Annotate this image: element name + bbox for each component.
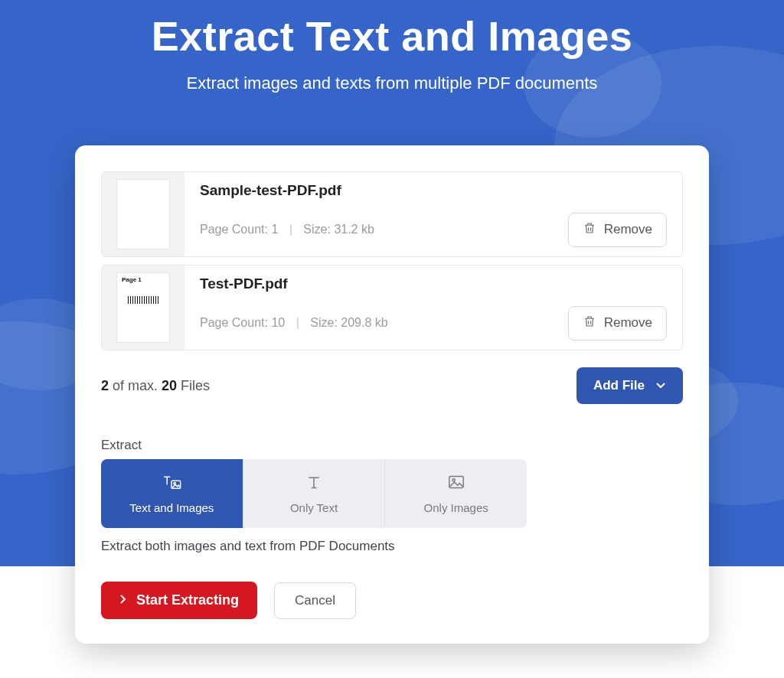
remove-file-button[interactable]: Remove xyxy=(568,306,667,341)
file-size: Size: 31.2 kb xyxy=(303,223,374,236)
chevron-down-icon xyxy=(655,378,666,393)
image-icon xyxy=(445,473,468,494)
file-meta: Page Count: 1 | Size: 31.2 kb xyxy=(200,223,374,236)
text-image-icon xyxy=(160,473,183,494)
file-size: Size: 209.8 kb xyxy=(310,316,387,329)
extract-mode-description: Extract both images and text from PDF Do… xyxy=(101,539,683,554)
file-row: Page 1 Test-PDF.pdf Page Count: 10 | Siz… xyxy=(101,265,683,350)
trash-icon xyxy=(583,221,596,239)
hero-banner: Extract Text and Images Extract images a… xyxy=(0,0,784,566)
extract-option-label: Text and Images xyxy=(129,501,214,514)
cancel-label: Cancel xyxy=(295,593,335,608)
file-name: Sample-test-PDF.pdf xyxy=(200,182,667,199)
action-row: Start Extracting Cancel xyxy=(101,582,683,619)
thumbnail-page-label: Page 1 xyxy=(122,276,142,283)
file-page-count: Page Count: 1 xyxy=(200,223,278,236)
file-page-count: Page Count: 10 xyxy=(200,316,285,329)
start-extracting-button[interactable]: Start Extracting xyxy=(101,582,257,619)
file-meta: Page Count: 10 | Size: 209.8 kb xyxy=(200,316,388,330)
extract-option-only-images[interactable]: Only Images xyxy=(384,459,527,528)
cancel-button[interactable]: Cancel xyxy=(274,582,356,619)
file-row: Sample-test-PDF.pdf Page Count: 1 | Size… xyxy=(101,171,683,257)
chevron-right-icon xyxy=(119,592,127,608)
start-extracting-label: Start Extracting xyxy=(136,592,239,608)
remove-label: Remove xyxy=(604,315,652,331)
svg-rect-2 xyxy=(449,477,463,488)
file-thumbnail xyxy=(102,172,185,256)
remove-file-button[interactable]: Remove xyxy=(568,213,667,247)
extract-option-label: Only Images xyxy=(424,501,488,514)
extract-option-label: Only Text xyxy=(290,501,338,514)
remove-label: Remove xyxy=(604,222,652,237)
add-file-label: Add File xyxy=(593,378,645,393)
extract-option-text-and-images[interactable]: Text and Images xyxy=(101,459,243,528)
file-status-row: 2 of max. 20 Files Add File xyxy=(101,367,683,404)
extract-mode-segmented: Text and Images Only Text xyxy=(101,459,527,528)
extract-card: Sample-test-PDF.pdf Page Count: 1 | Size… xyxy=(75,145,709,644)
svg-point-3 xyxy=(452,479,455,481)
trash-icon xyxy=(583,315,596,332)
file-count-status: 2 of max. 20 Files xyxy=(101,378,210,394)
file-name: Test-PDF.pdf xyxy=(200,275,667,292)
extract-section-label: Extract xyxy=(101,438,683,453)
extract-option-only-text[interactable]: Only Text xyxy=(243,459,385,528)
file-thumbnail: Page 1 xyxy=(102,266,185,350)
text-icon xyxy=(302,473,325,494)
barcode-icon xyxy=(128,296,158,304)
add-file-button[interactable]: Add File xyxy=(577,367,683,404)
cloud-decoration xyxy=(524,31,662,138)
